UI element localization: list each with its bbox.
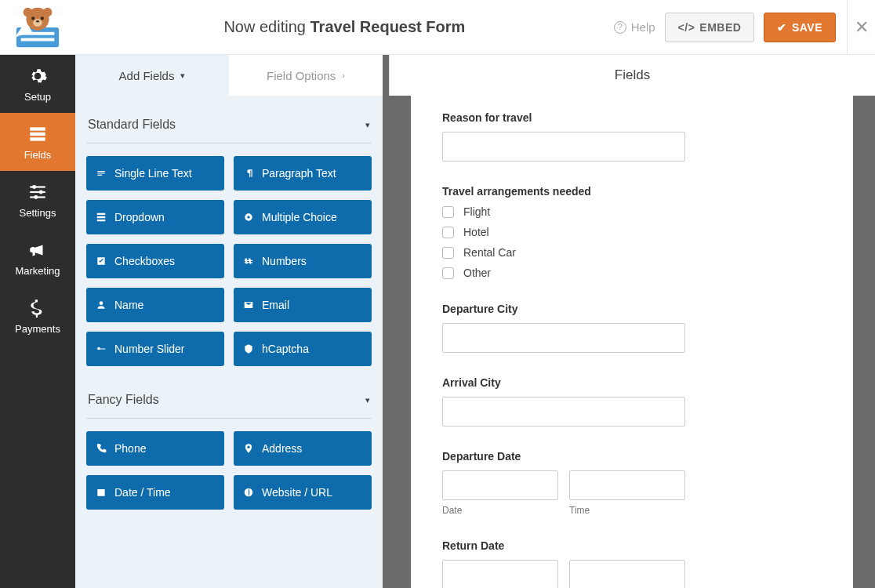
bullhorn-icon — [27, 240, 48, 260]
checkbox-icon — [442, 267, 454, 279]
svg-point-18 — [34, 195, 38, 199]
date-input[interactable] — [442, 560, 558, 588]
sliders-icon — [27, 182, 48, 202]
field-type-multiple-choice[interactable]: Multiple Choice — [234, 200, 372, 234]
sidebar-item-label: Fields — [24, 149, 52, 161]
svg-point-4 — [31, 16, 34, 20]
field-type-single-line-text[interactable]: Single Line Text — [86, 156, 224, 191]
number-slider-icon — [96, 343, 107, 354]
date-input[interactable] — [442, 470, 558, 500]
gear-icon — [27, 66, 48, 86]
field-type-phone[interactable]: Phone — [86, 431, 224, 466]
checkbox-option[interactable]: Other — [442, 267, 822, 279]
chevron-right-icon: › — [342, 71, 345, 80]
multiple-choice-icon — [243, 212, 254, 223]
field-type-checkboxes[interactable]: Checkboxes — [86, 244, 224, 278]
sidebar-item-setup[interactable]: Setup — [0, 55, 75, 113]
checkbox-label: Hotel — [463, 226, 489, 238]
hcaptcha-icon — [243, 343, 254, 354]
field-type-name[interactable]: Name — [86, 288, 224, 322]
svg-point-16 — [39, 190, 43, 194]
sidebar-item-payments[interactable]: Payments — [0, 287, 75, 345]
field-type-label: Date / Time — [114, 486, 171, 499]
svg-point-5 — [41, 16, 44, 20]
field-type-label: Number Slider — [114, 343, 184, 355]
field-type-label: hCaptcha — [262, 343, 309, 355]
field-label: Travel arrangements needed — [442, 185, 822, 198]
tab-field-options[interactable]: Field Options› — [229, 55, 383, 96]
time-input[interactable] — [569, 470, 685, 500]
svg-rect-12 — [30, 137, 45, 140]
time-input[interactable] — [569, 560, 685, 588]
tab-add-fields[interactable]: Add Fields▾ — [75, 55, 229, 96]
chevron-down-icon: ▾ — [365, 120, 370, 130]
sidebar-item-label: Marketing — [15, 265, 60, 277]
field-type-number-slider[interactable]: Number Slider — [86, 332, 224, 366]
checkbox-icon — [442, 206, 454, 218]
field-type-email[interactable]: Email — [234, 288, 372, 322]
field-type-label: Single Line Text — [114, 167, 192, 180]
section-fancy-fields[interactable]: Fancy Fields ▾ — [86, 385, 372, 419]
field-return-date[interactable]: Return Date — [442, 539, 822, 588]
checkbox-icon — [442, 247, 454, 259]
email-icon — [243, 299, 254, 310]
chevron-down-icon: ▾ — [180, 71, 185, 81]
address-icon — [243, 443, 254, 454]
field-departure-date[interactable]: Departure Date Date Time — [442, 450, 822, 516]
svg-point-6 — [33, 19, 42, 27]
sublabel-date: Date — [442, 505, 558, 516]
dollar-icon — [27, 298, 48, 318]
sidebar-item-label: Setup — [24, 91, 51, 103]
svg-point-8 — [24, 7, 33, 16]
checkbox-label: Flight — [463, 205, 490, 218]
field-reason[interactable]: Reason for travel — [442, 111, 822, 162]
checkbox-icon — [442, 227, 454, 238]
dropdown-icon — [96, 212, 107, 223]
section-standard-fields[interactable]: Standard Fields ▾ — [86, 110, 372, 143]
embed-button[interactable]: </> EMBED — [665, 13, 755, 42]
website-url-icon — [243, 487, 254, 498]
form-icon — [27, 124, 48, 144]
field-type-numbers[interactable]: Numbers — [234, 244, 372, 278]
checkboxes-icon — [96, 256, 107, 267]
field-arrival-city[interactable]: Arrival City — [442, 376, 822, 426]
field-type-hcaptcha[interactable]: hCaptcha — [234, 332, 372, 366]
field-type-label: Checkboxes — [114, 255, 175, 267]
sidebar-item-marketing[interactable]: Marketing — [0, 229, 75, 287]
field-type-paragraph-text[interactable]: Paragraph Text — [234, 156, 372, 191]
field-type-label: Address — [262, 442, 302, 455]
field-type-label: Paragraph Text — [262, 167, 336, 180]
svg-rect-11 — [30, 132, 45, 135]
field-type-label: Multiple Choice — [262, 211, 337, 223]
field-type-address[interactable]: Address — [234, 431, 372, 466]
checkbox-option[interactable]: Flight — [442, 205, 822, 218]
field-departure-city[interactable]: Departure City — [442, 303, 822, 353]
paragraph-text-icon — [243, 168, 254, 179]
field-arrangements[interactable]: Travel arrangements needed FlightHotelRe… — [442, 185, 822, 279]
field-label: Reason for travel — [442, 111, 822, 124]
checkbox-option[interactable]: Hotel — [442, 226, 822, 238]
sidebar-item-label: Payments — [15, 323, 60, 335]
svg-rect-13 — [30, 186, 45, 187]
sidebar-item-fields[interactable]: Fields — [0, 113, 75, 171]
svg-point-7 — [36, 20, 39, 22]
preview-title: Fields — [389, 55, 875, 96]
field-type-website-url[interactable]: Website / URL — [234, 475, 372, 510]
date-time-icon — [96, 487, 107, 498]
close-button[interactable]: ✕ — [847, 0, 875, 55]
app-logo — [0, 1, 75, 54]
text-input[interactable] — [442, 132, 685, 162]
sidebar-item-settings[interactable]: Settings — [0, 171, 75, 229]
field-type-date-time[interactable]: Date / Time — [86, 475, 224, 510]
field-label: Return Date — [442, 539, 822, 552]
text-input[interactable] — [442, 323, 685, 353]
field-type-label: Email — [262, 299, 289, 311]
text-input[interactable] — [442, 397, 685, 426]
save-button[interactable]: ✔ SAVE — [764, 13, 836, 42]
svg-point-9 — [43, 7, 53, 16]
field-type-dropdown[interactable]: Dropdown — [86, 200, 224, 234]
checkbox-option[interactable]: Rental Car — [442, 246, 822, 259]
page-title: Now editing Travel Request Form — [75, 18, 614, 36]
help-link[interactable]: ? Help — [614, 20, 655, 34]
field-type-label: Phone — [114, 442, 146, 455]
